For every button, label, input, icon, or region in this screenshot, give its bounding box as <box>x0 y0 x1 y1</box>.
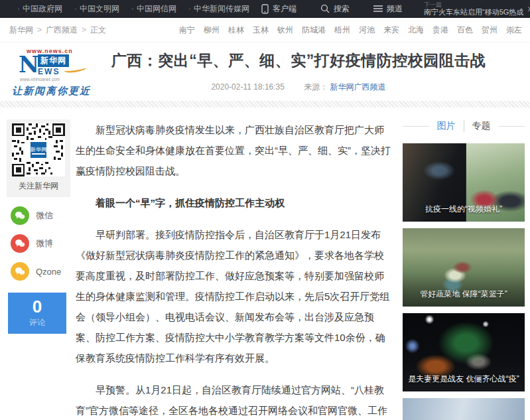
article-paragraph: 着眼一个“早”字，抓住疫情防控工作主动权 <box>76 192 392 213</box>
client-label: 客户端 <box>273 3 297 15</box>
city-link[interactable]: 百色 <box>457 25 473 36</box>
city-nav: 南宁柳州桂林玉林钦州防城港梧州河池来宾北海贵港百色贺州崇左 <box>179 25 522 36</box>
channel-button[interactable]: 频道 <box>362 3 415 15</box>
share-service-icon <box>11 206 29 225</box>
photo-card-list: 抗疫一线的“视频婚礼” 管好蔬菜地 保障“菜篮子” 是夫妻更是战友 伉俪齐心战“… <box>403 143 525 420</box>
sidebar-tabs: 图片专题 <box>403 119 525 133</box>
search-icon <box>320 4 330 13</box>
top-bar: 中国政府网中国文明网中国网信网中华新闻传媒网 客户端 搜索 频道 下一篇 南宁火… <box>0 0 530 18</box>
publish-date: 2020-02-11 18:16:35 <box>211 82 285 92</box>
city-link[interactable]: 北海 <box>408 25 424 36</box>
share-service-icon <box>11 234 29 253</box>
logo-url-bottom: www.xinhuanet.com <box>20 77 81 82</box>
article-paragraph: 新型冠状病毒肺炎疫情发生以来，广西壮族自治区教育厅把广大师生的生命安全和身体健康… <box>76 119 392 181</box>
share-label: 微博 <box>36 238 53 249</box>
hatch-divider <box>0 101 530 107</box>
share-button[interactable]: 微信 <box>11 206 70 225</box>
photo-caption: 抗疫一线的“视频婚礼” <box>403 204 525 215</box>
city-link[interactable]: 南宁 <box>179 25 195 36</box>
search-button[interactable]: 搜索 <box>308 3 362 15</box>
article-header: www.news.cn N 新华网 EWS www.xinhuanet.com … <box>0 42 530 101</box>
qr-follow-box: 新华网 关注新华网 <box>7 119 70 197</box>
city-link[interactable]: 河池 <box>359 25 375 36</box>
sub-nav: 新华网广西频道正文 南宁柳州桂林玉林钦州防城港梧州河池来宾北海贵港百色贺州崇左 <box>0 18 530 42</box>
logo-slogan: 让新闻离你更近 <box>12 85 92 98</box>
breadcrumb-item[interactable]: 正文 <box>90 25 106 36</box>
city-link[interactable]: 崇左 <box>506 25 522 36</box>
qr-caption: 关注新华网 <box>11 180 66 192</box>
photo-card[interactable]: 管好蔬菜地 保障“菜篮子” <box>403 228 525 307</box>
city-link[interactable]: 防城港 <box>302 25 326 36</box>
comment-label: 评论 <box>8 317 66 328</box>
phone-icon <box>261 4 269 14</box>
city-link[interactable]: 贺州 <box>482 25 497 36</box>
breadcrumb: 新华网广西频道正文 <box>9 25 106 36</box>
share-column: 新华网 关注新华网 微信 微博 Qzone <box>7 119 70 334</box>
client-button[interactable]: 客户端 <box>249 3 308 15</box>
photo-card[interactable] <box>403 398 525 420</box>
topbar-link[interactable]: 中华新闻传媒网 <box>188 3 249 15</box>
next-article-link[interactable]: 下一篇 南宁火车东站启用“移动5G热成... <box>424 1 523 17</box>
qr-code: 新华网 <box>12 123 65 176</box>
logo-name: 新华网 <box>38 54 69 67</box>
right-sidebar: 图片专题 抗疫一线的“视频婚礼” 管好蔬菜地 保障“菜篮子” 是夫妻更是战友 伉… <box>403 119 525 420</box>
article-body: 新型冠状病毒肺炎疫情发生以来，广西壮族自治区教育厅把广大师生的生命安全和身体健康… <box>76 119 392 420</box>
comment-count: 0 <box>8 297 66 317</box>
city-link[interactable]: 桂林 <box>228 25 244 36</box>
svg-text:新华网: 新华网 <box>31 147 47 153</box>
photo-card[interactable]: 是夫妻更是战友 伉俪齐心战“疫” <box>403 313 525 391</box>
photo-caption: 是夫妻更是战友 伉俪齐心战“疫” <box>403 374 525 385</box>
article-paragraph: 早预警。从1月21日起，自治区教育厅陆续通过官方网站、“八桂教育”官方微信等途径… <box>76 380 392 420</box>
topbar-link[interactable]: 中国政府网 <box>17 3 62 15</box>
share-list: 微信 微博 Qzone <box>7 206 70 281</box>
comment-box[interactable]: 0 评论 <box>8 293 66 334</box>
article-meta: 2020-02-11 18:16:35 来源： 新华网广西频道 <box>93 82 504 93</box>
breadcrumb-item[interactable]: 广西频道 <box>46 25 86 36</box>
share-button[interactable]: Qzone <box>11 262 70 281</box>
xinhuanet-logo[interactable]: www.news.cn N 新华网 EWS www.xinhuanet.com … <box>12 48 92 98</box>
city-link[interactable]: 玉林 <box>253 25 269 36</box>
gov-links: 中国政府网中国文明网中国网信网中华新闻传媒网 <box>17 3 249 15</box>
topbar-link[interactable]: 中国网信网 <box>131 3 176 15</box>
city-link[interactable]: 梧州 <box>334 25 350 36</box>
next-article-label: 下一篇 <box>424 1 523 8</box>
breadcrumb-item[interactable]: 新华网 <box>9 25 42 36</box>
article-paragraph: 早研判部署。接到疫情防控指令后，自治区教育厅于1月21日发布《做好新型冠状病毒肺… <box>76 224 392 368</box>
source-label: 来源： <box>304 82 328 92</box>
content-area: 新华网 关注新华网 微信 微博 Qzone <box>0 107 530 420</box>
search-label: 搜索 <box>334 3 350 15</box>
sidebar-tab[interactable]: 专题 <box>464 120 499 132</box>
logo-letter-n: N <box>19 54 39 74</box>
share-service-icon <box>11 262 29 281</box>
page-title: 广西：突出“早、严、细、实”打好疫情防控校园阻击战 <box>93 50 504 71</box>
share-button[interactable]: 微博 <box>11 234 70 253</box>
chevron-right-icon[interactable]: › <box>527 3 530 15</box>
city-link[interactable]: 来宾 <box>383 25 399 36</box>
city-link[interactable]: 贵港 <box>432 25 448 36</box>
share-label: Qzone <box>36 267 61 277</box>
photo-card[interactable]: 抗疫一线的“视频婚礼” <box>403 143 525 222</box>
city-link[interactable]: 钦州 <box>277 25 293 36</box>
photo-caption: 管好蔬菜地 保障“菜篮子” <box>403 289 525 300</box>
menu-icon <box>373 5 383 13</box>
city-link[interactable]: 柳州 <box>204 25 220 36</box>
channel-label: 频道 <box>387 3 403 15</box>
source-link[interactable]: 新华网广西频道 <box>330 82 386 92</box>
photo-thumbnail <box>403 398 525 420</box>
next-article-title: 南宁火车东站启用“移动5G热成... <box>424 8 523 17</box>
share-label: 微信 <box>36 210 53 222</box>
topbar-link[interactable]: 中国文明网 <box>74 3 119 15</box>
sidebar-tab[interactable]: 图片 <box>429 120 464 132</box>
